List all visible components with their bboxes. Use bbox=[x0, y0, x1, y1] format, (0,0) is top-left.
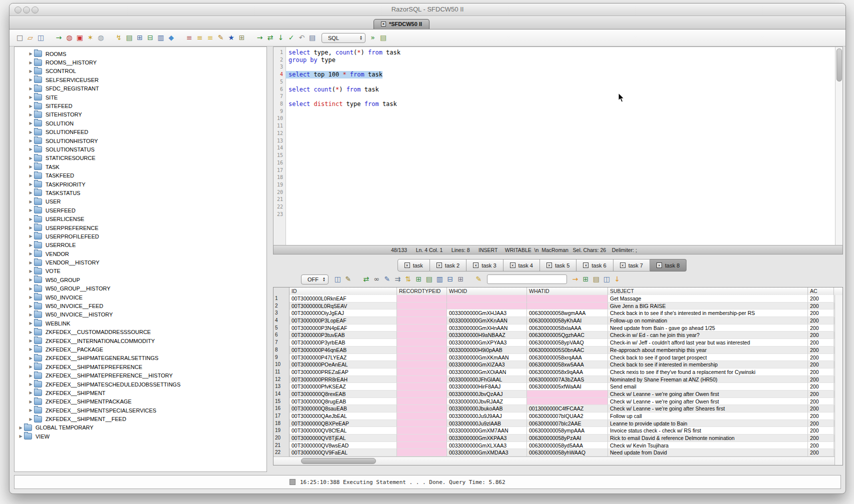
table-cell[interactable]: 006300000058wgmAAA bbox=[527, 310, 608, 317]
result-tab[interactable]: ×task bbox=[398, 259, 430, 272]
table-cell[interactable]: 200 bbox=[808, 427, 834, 434]
document-view-icon[interactable]: ▥ bbox=[436, 275, 444, 284]
expand-triangle-icon[interactable]: ▶ bbox=[28, 286, 34, 291]
connect-database-icon[interactable]: → bbox=[54, 34, 63, 42]
tree-branch-icon[interactable]: ⇉ bbox=[394, 275, 402, 284]
expand-triangle-icon[interactable]: ▶ bbox=[28, 121, 34, 126]
log-list-icon[interactable]: ▤ bbox=[379, 34, 388, 42]
table-row[interactable]: 400T3000000P3LopEAF0033000000GmXKnAAN006… bbox=[274, 317, 835, 324]
table-cell[interactable]: 200 bbox=[808, 449, 834, 456]
row-number-cell[interactable]: 20 bbox=[274, 434, 290, 442]
close-window-button[interactable] bbox=[14, 6, 22, 14]
document-tab[interactable]: × *SFDCW50 II bbox=[374, 19, 430, 29]
new-connection-sparkle-icon[interactable]: ✶ bbox=[86, 34, 94, 42]
table-cell[interactable]: Check back to see if interested in membe… bbox=[608, 361, 808, 368]
table-cell[interactable]: 0013000000C4fFCAAZ bbox=[527, 405, 608, 412]
editor-scrollbar-thumb[interactable] bbox=[836, 48, 842, 82]
expand-triangle-icon[interactable]: ▶ bbox=[28, 312, 34, 317]
table-cell[interactable]: 00T3000000L0RqSEAV bbox=[290, 302, 397, 310]
table-vertical-scrollbar[interactable] bbox=[834, 295, 842, 465]
table-cell[interactable]: 0033000000H9i0pAAB bbox=[447, 346, 527, 354]
expand-triangle-icon[interactable]: ▶ bbox=[28, 200, 34, 204]
tree-item[interactable]: ▶SOLUTIONFEED bbox=[14, 128, 266, 136]
table-cell[interactable]: 00T3000000OiyJgEAJ bbox=[290, 310, 397, 317]
table-cell[interactable]: 0033000000GmXIZAA3 bbox=[447, 361, 527, 368]
table-cell[interactable]: 00T3000000QV8wsEAD bbox=[290, 442, 397, 450]
tree-item[interactable]: ▶ZKFEDEX__SHIPMENTPACKAGE bbox=[14, 398, 266, 406]
row-number-cell[interactable]: 17 bbox=[274, 412, 290, 420]
tree-item[interactable]: ▶ROOMS bbox=[14, 50, 266, 58]
expand-triangle-icon[interactable]: ▶ bbox=[28, 52, 34, 56]
table-cell[interactable] bbox=[397, 332, 447, 339]
expand-triangle-icon[interactable]: ▶ bbox=[28, 260, 34, 265]
table-row[interactable]: 2200T3000000QV9FaEAL0033000000GmXMDAA300… bbox=[274, 449, 835, 456]
open-folder-icon[interactable]: ▱ bbox=[26, 34, 34, 42]
row-number-cell[interactable]: 19 bbox=[274, 427, 290, 434]
table-cell[interactable]: 200 bbox=[808, 376, 834, 384]
expand-triangle-icon[interactable]: ▶ bbox=[28, 217, 34, 222]
table-row[interactable]: 200T3000000L0RqSEAVGive Jenn a BIG RAISE… bbox=[274, 302, 835, 310]
table-cell[interactable]: 0033000000JFhGlAAL bbox=[447, 376, 527, 384]
table-cell[interactable]: 0033000000JbvQzAAJ bbox=[447, 390, 527, 398]
table-cell[interactable]: 006300000058ypVAAQ bbox=[527, 339, 608, 346]
table-cell[interactable]: 200 bbox=[808, 442, 834, 450]
result-tab[interactable]: ×task 8 bbox=[650, 259, 686, 272]
table-cell[interactable]: 00630000007blc2AAE bbox=[527, 420, 608, 428]
table-cell[interactable]: 006300000058xrqAAA bbox=[527, 354, 608, 362]
row-number-cell[interactable]: 2 bbox=[274, 302, 290, 310]
tree-item[interactable]: ▶TASKSTATUS bbox=[14, 188, 266, 197]
tree-item[interactable]: ▶STATICRESOURCE bbox=[14, 154, 266, 162]
table-row[interactable]: 700T3000000P3yrbEAB0033000000GmXPYAA3006… bbox=[274, 339, 835, 346]
table-cell[interactable]: 200 bbox=[808, 332, 834, 339]
tree-item[interactable]: ▶USERROLE bbox=[14, 241, 266, 250]
expand-triangle-icon[interactable]: ▶ bbox=[28, 95, 34, 100]
table-cell[interactable]: 006300000058yd5AAA bbox=[527, 442, 608, 450]
quotes-run-icon[interactable]: » bbox=[368, 34, 377, 42]
expand-triangle-icon[interactable]: ▶ bbox=[28, 69, 34, 74]
table-cell[interactable]: Check-in w/ Ed - can he join this year? bbox=[608, 332, 808, 339]
expand-triangle-icon[interactable]: ▶ bbox=[28, 208, 34, 212]
tree-item[interactable]: ▶W50_GROUP__HISTORY bbox=[14, 284, 266, 293]
column-header[interactable]: SUBJECT bbox=[608, 288, 808, 295]
row-number-cell[interactable]: 12 bbox=[274, 376, 290, 384]
tree-item[interactable]: ▶SOLUTION bbox=[14, 119, 266, 128]
tree-item[interactable]: ▶VENDOR__HISTORY bbox=[14, 258, 266, 266]
expand-triangle-icon[interactable]: ▶ bbox=[28, 408, 34, 412]
expand-triangle-icon[interactable]: ▶ bbox=[28, 86, 34, 91]
pencil-blue-icon[interactable]: ✎ bbox=[383, 275, 392, 284]
execute-lightning-icon[interactable]: ↯ bbox=[114, 34, 123, 42]
minimize-window-button[interactable] bbox=[23, 6, 30, 14]
table-cell[interactable]: 0033000000HirF8AAJ bbox=[447, 383, 527, 390]
table-cell[interactable]: 200 bbox=[808, 383, 834, 390]
row-number-cell[interactable]: 11 bbox=[274, 368, 290, 376]
table-cell[interactable]: Check w/ Leanne - we're going after Shea… bbox=[608, 405, 808, 412]
expand-triangle-icon[interactable]: ▶ bbox=[28, 174, 34, 178]
sql-history-document-icon[interactable]: ▤ bbox=[308, 34, 316, 42]
row-number-cell[interactable]: 1 bbox=[274, 295, 290, 302]
table-cell[interactable] bbox=[397, 412, 447, 420]
table-row[interactable]: 1400T3000000Q8rexEAB0033000000JbvQzAAJCh… bbox=[274, 390, 835, 398]
result-tab[interactable]: ×task 2 bbox=[430, 259, 466, 272]
row-number-cell[interactable]: 15 bbox=[274, 398, 290, 406]
row-number-cell[interactable]: 8 bbox=[274, 346, 290, 354]
results-filter-select[interactable]: OFF ▲▼ bbox=[301, 274, 328, 284]
table-cell[interactable]: Re-approach about membership this year bbox=[608, 346, 808, 354]
column-header[interactable]: ID bbox=[290, 288, 397, 295]
table-cell[interactable]: 200 bbox=[808, 434, 834, 442]
table-cell[interactable]: 006300000058xw5AAA bbox=[527, 361, 608, 368]
expand-triangle-icon[interactable]: ▶ bbox=[28, 164, 34, 169]
copy-icon[interactable]: ⊟ bbox=[446, 275, 454, 284]
expand-triangle-icon[interactable]: ▶ bbox=[28, 78, 34, 82]
list-colored-icon[interactable]: ≡ bbox=[185, 34, 194, 42]
row-number-cell[interactable]: 3 bbox=[274, 310, 290, 317]
table-cell[interactable]: 00T3000000L0RknEAF bbox=[290, 295, 397, 302]
table-cell[interactable]: Leanne to provide update to Bain bbox=[608, 420, 808, 428]
table-cell[interactable]: Need update from David bbox=[608, 449, 808, 456]
table-cell[interactable]: 200 bbox=[808, 405, 834, 412]
table-cell[interactable]: Check-in w/ Jeff - couldn't afford last … bbox=[608, 339, 808, 346]
row-number-cell[interactable]: 10 bbox=[274, 361, 290, 368]
table-cell[interactable]: 00T3000000Q8rexEAB bbox=[290, 390, 397, 398]
new-document-icon[interactable]: □ bbox=[16, 34, 24, 42]
table-row[interactable]: 1700T3000000QAeJbEAL0033000000Ju9J9AAJ00… bbox=[274, 412, 835, 420]
zoom-window-button[interactable] bbox=[32, 6, 38, 14]
